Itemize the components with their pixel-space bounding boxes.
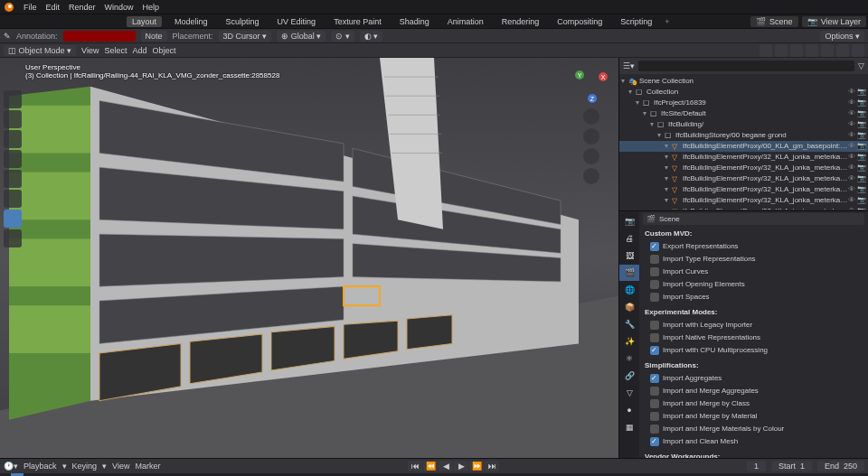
start-frame[interactable]: Start 1 [771, 461, 812, 471]
keyframe-prev-icon[interactable]: ⏪ [423, 461, 438, 471]
tool-measure[interactable] [4, 229, 22, 247]
menu-object[interactable]: Object [152, 46, 175, 55]
checkbox[interactable] [650, 280, 659, 289]
current-frame[interactable]: 1 [747, 461, 766, 471]
checkbox-row[interactable]: Import Curves [643, 266, 864, 278]
tab-comp[interactable]: Compositing [552, 16, 608, 27]
end-frame[interactable]: End 250 [817, 461, 864, 471]
checkbox-row[interactable]: Import and Merge Aggregates [643, 385, 864, 397]
tree-row[interactable]: ▾☐Collection👁 📷 [619, 87, 868, 98]
mode-select[interactable]: ◫ Object Mode ▾ [4, 45, 76, 56]
tab-modeling[interactable]: Modeling [169, 16, 213, 27]
prop-constraint-icon[interactable]: 🔗 [619, 368, 639, 384]
tree-row[interactable]: ▾▽IfcBuildingElementProxy/32_KLA_jonka_m… [619, 163, 868, 173]
tree-row[interactable]: ▾☐IfcProject/16839👁 📷 [619, 98, 868, 108]
tree-row[interactable]: ▾☐IfcBuildingStorey/00 begane grond👁 📷 [619, 130, 868, 141]
prop-modifier-icon[interactable]: 🔧 [619, 316, 639, 332]
prop-render-icon[interactable]: 📷 [619, 213, 639, 229]
filter-icon[interactable]: ▽ [858, 61, 864, 70]
checkbox[interactable] [650, 242, 659, 251]
tool-scale[interactable] [4, 170, 22, 188]
play-rev-icon[interactable]: ◀ [439, 461, 453, 471]
scene-header[interactable]: 🎬 Scene [643, 213, 864, 225]
menu-view[interactable]: View [81, 46, 99, 55]
tool-transform[interactable] [4, 190, 22, 208]
tree-row[interactable]: ▾☐IfcBuilding/👁 📷 [619, 119, 868, 130]
tree-row[interactable]: ▾▽IfcBuildingElementProxy/32_KLA_jonka_m… [619, 152, 868, 163]
prop-physics-icon[interactable]: ⚛ [619, 350, 639, 367]
checkbox[interactable] [650, 321, 659, 330]
menu-edit[interactable]: Edit [46, 3, 61, 12]
prop-material-icon[interactable]: ● [619, 402, 639, 418]
tab-layout[interactable]: Layout [127, 16, 162, 27]
playhead[interactable]: 1 [11, 473, 24, 476]
pan-icon[interactable] [583, 128, 599, 145]
tool-annotate[interactable] [4, 210, 22, 228]
prop-object-icon[interactable]: 📦 [619, 299, 639, 315]
checkbox[interactable] [650, 293, 659, 302]
checkbox-row[interactable]: Import Native Representations [643, 331, 864, 344]
annotation-color[interactable] [63, 31, 136, 42]
tool-cursor[interactable] [4, 110, 22, 128]
checkbox-row[interactable]: Import and Merge by Material [643, 410, 864, 423]
checkbox[interactable] [650, 399, 659, 408]
scene-selector[interactable]: 🎬 Scene [750, 16, 798, 27]
camera-icon[interactable] [583, 148, 599, 164]
shading-solid[interactable] [821, 44, 834, 57]
checkbox-row[interactable]: Import with Legacy Importer [643, 319, 864, 331]
tree-row[interactable]: ▾▽IfcBuildingElementProxy/32_KLA_jonka_m… [619, 173, 868, 184]
menu-select[interactable]: Select [104, 46, 127, 55]
viewlayer-selector[interactable]: 📷 View Layer [802, 16, 866, 27]
tree-row[interactable]: ▾▽IfcBuildingElementProxy/32_KLA_jonka_m… [619, 206, 868, 210]
view-menu[interactable]: View [112, 462, 129, 471]
checkbox-row[interactable]: Import Spaces [643, 291, 864, 303]
outliner-tree[interactable]: ▾🎭Scene Collection▾☐Collection👁 📷▾☐IfcPr… [619, 74, 868, 210]
tool-select[interactable] [4, 90, 22, 108]
proportional-toggle[interactable]: ◐ ▾ [360, 31, 383, 42]
marker-menu[interactable]: Marker [135, 462, 160, 471]
xray-toggle[interactable] [790, 44, 803, 57]
checkbox[interactable] [650, 412, 659, 421]
timeline-icon[interactable]: 🕐▾ [4, 462, 18, 471]
note-field[interactable]: Note [141, 31, 167, 42]
checkbox-row[interactable]: Import Opening Elements [643, 278, 864, 291]
menu-add[interactable]: Add [132, 46, 146, 55]
prop-world-icon[interactable]: 🌐 [619, 282, 639, 298]
play-icon[interactable]: ▶ [454, 461, 468, 471]
checkbox[interactable] [650, 346, 659, 355]
tool-rotate[interactable] [4, 150, 22, 168]
tab-texpaint[interactable]: Texture Paint [328, 16, 387, 27]
tab-uv[interactable]: UV Editing [272, 16, 322, 27]
checkbox[interactable] [650, 267, 659, 276]
checkbox[interactable] [650, 425, 659, 434]
checkbox[interactable] [650, 255, 659, 264]
tab-sculpting[interactable]: Sculpting [221, 16, 265, 27]
checkbox-row[interactable]: Import with CPU Multiprocessing [643, 344, 864, 357]
checkbox-row[interactable]: Import and Merge by Class [643, 397, 864, 410]
prop-particle-icon[interactable]: ✨ [619, 333, 639, 350]
zoom-icon[interactable] [583, 108, 599, 125]
options-button[interactable]: Options ▾ [820, 31, 864, 42]
prop-output-icon[interactable]: 🖨 [619, 230, 639, 247]
checkbox[interactable] [650, 437, 659, 446]
placement-select[interactable]: 3D Cursor ▾ [219, 31, 272, 42]
checkbox[interactable] [650, 374, 659, 383]
shading-matprev[interactable] [836, 44, 849, 57]
checkbox-row[interactable]: Export Representations [643, 240, 864, 253]
menu-file[interactable]: File [24, 3, 37, 12]
playback-menu[interactable]: Playback [24, 462, 57, 471]
checkbox-row[interactable]: Import Type Representations [643, 253, 864, 266]
tab-render[interactable]: Rendering [496, 16, 545, 27]
axis-gizmo[interactable]: X Y Z [571, 65, 611, 105]
menu-render[interactable]: Render [69, 3, 96, 12]
shading-rendered[interactable] [852, 44, 864, 57]
gizmo-toggle[interactable] [775, 44, 788, 57]
overlay-toggle[interactable] [760, 44, 772, 57]
prop-scene-icon[interactable]: 🎬 [619, 265, 639, 281]
menu-window[interactable]: Window [105, 3, 134, 12]
prop-data-icon[interactable]: ▽ [619, 385, 639, 401]
orientation-select[interactable]: ⊕ Global ▾ [277, 31, 326, 42]
timeline-ruler[interactable]: 1 02040608010011012013014015016017018019… [0, 473, 868, 476]
shading-wire[interactable] [806, 44, 818, 57]
outliner-search[interactable] [638, 61, 854, 71]
